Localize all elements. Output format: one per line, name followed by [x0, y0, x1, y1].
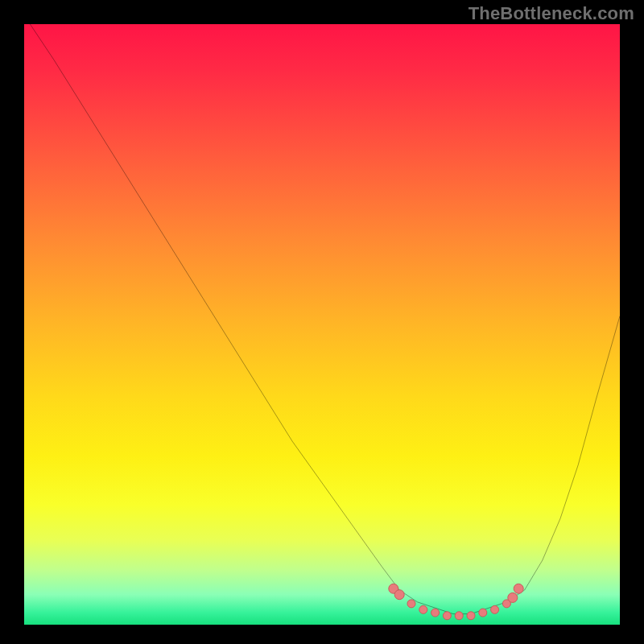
valley-marker: [514, 584, 523, 593]
chart-frame: TheBottleneck.com: [0, 0, 644, 644]
valley-marker: [407, 600, 415, 608]
valley-markers-group: [389, 584, 523, 620]
valley-marker: [455, 612, 463, 620]
valley-marker: [479, 609, 487, 617]
valley-marker: [419, 605, 427, 613]
valley-marker: [431, 609, 440, 617]
valley-marker: [467, 612, 475, 620]
valley-marker: [508, 592, 518, 602]
watermark-text: TheBottleneck.com: [469, 3, 634, 24]
marker-layer: [24, 24, 620, 625]
valley-marker: [491, 605, 499, 613]
valley-marker: [394, 590, 404, 600]
plot-area: [24, 24, 620, 625]
valley-marker: [443, 612, 451, 620]
